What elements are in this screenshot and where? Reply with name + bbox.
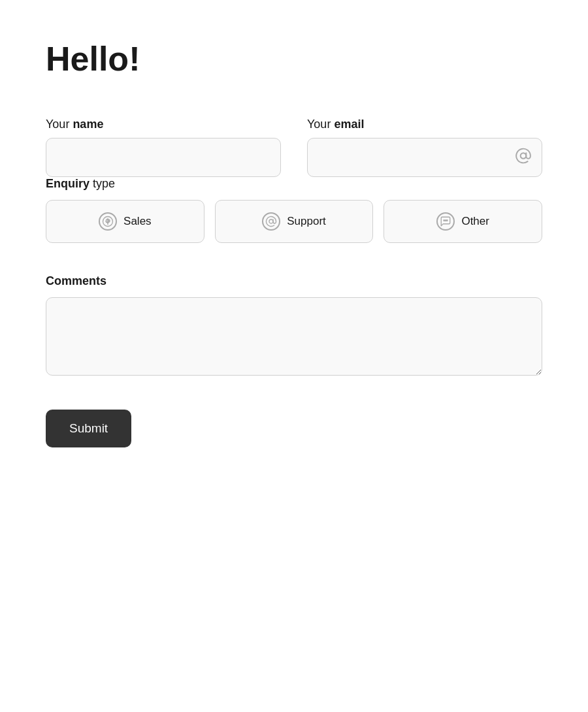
name-label: Your name: [46, 118, 281, 131]
svg-point-4: [444, 220, 445, 221]
enquiry-options-row: Sales Support Other: [46, 200, 542, 243]
email-input-wrapper: [307, 138, 542, 177]
svg-point-3: [269, 219, 273, 223]
name-field-group: Your name: [46, 118, 281, 177]
enquiry-option-other[interactable]: Other: [384, 200, 542, 243]
enquiry-support-label: Support: [287, 215, 326, 228]
dollar-icon: [99, 212, 117, 231]
enquiry-other-label: Other: [461, 215, 489, 228]
page-title: Hello!: [46, 39, 542, 78]
chat-bubble-icon: [436, 212, 455, 231]
enquiry-option-sales[interactable]: Sales: [46, 200, 204, 243]
svg-point-5: [446, 220, 447, 221]
enquiry-sales-label: Sales: [123, 215, 152, 228]
email-field-group: Your email: [307, 118, 542, 177]
email-label: Your email: [307, 118, 542, 131]
enquiry-option-support[interactable]: Support: [215, 200, 374, 243]
email-input[interactable]: [307, 138, 542, 177]
support-at-icon: [262, 212, 280, 231]
comments-section: Comments: [46, 274, 542, 378]
svg-point-6: [447, 220, 448, 221]
enquiry-label: Enquiry type: [46, 177, 542, 191]
enquiry-section: Enquiry type Sales Suppor: [46, 177, 542, 243]
name-email-row: Your name Your email: [46, 118, 542, 177]
comments-textarea[interactable]: [46, 297, 542, 376]
name-input[interactable]: [46, 138, 281, 177]
comments-label: Comments: [46, 274, 542, 288]
submit-button[interactable]: Submit: [46, 410, 131, 447]
